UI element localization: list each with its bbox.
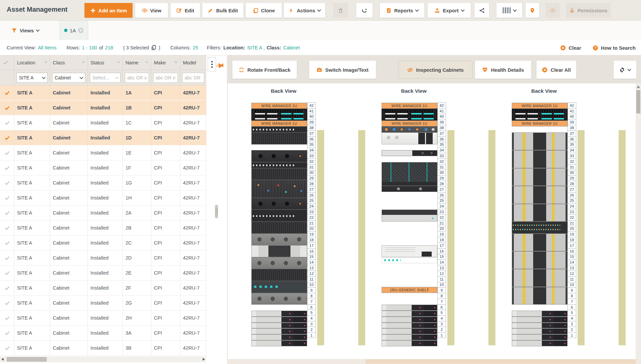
scrollbar-thumb[interactable] <box>7 357 47 362</box>
rack-item-slots2u[interactable] <box>382 245 437 257</box>
rack-horizontal-scrollbar[interactable] <box>227 359 641 364</box>
rack-item-storage3[interactable] <box>512 132 568 150</box>
share-button[interactable] <box>474 3 489 18</box>
rack-item-dark-vent[interactable] <box>251 269 307 281</box>
table-row[interactable]: SITE ACabinetInstalled3BCPI42RU-7 <box>0 341 206 356</box>
rack-item-dark-ports[interactable] <box>251 126 307 132</box>
scroll-right-arrow[interactable] <box>203 358 205 361</box>
class-filter-select[interactable]: Cabinet <box>52 73 85 83</box>
rack-settings-button[interactable] <box>614 61 636 79</box>
column-header-status[interactable]: Status <box>88 55 123 70</box>
rack-item-dark-vent[interactable] <box>251 222 307 234</box>
rack-item-storage3[interactable] <box>512 251 568 269</box>
rack-item-wm[interactable]: WIRE MANAGER 1U <box>512 103 568 109</box>
table-horizontal-scrollbar[interactable] <box>0 356 206 362</box>
bulk-edit-button[interactable]: Bulk Edit <box>202 3 243 18</box>
rack-item-storage3[interactable] <box>512 168 568 186</box>
rack-item-srv1u[interactable] <box>251 334 307 340</box>
rack-item-wm[interactable]: WIRE MANAGER 1U <box>382 103 437 109</box>
row-checkbox[interactable] <box>0 341 14 355</box>
table-row[interactable]: SITE ACabinetInstalled2ACPI42RU-7 <box>0 206 206 221</box>
model-filter-input[interactable] <box>182 73 204 83</box>
table-row[interactable]: SITE ACabinetInstalled1ACPI42RU-7 <box>0 85 206 100</box>
rack-item-wm[interactable]: WIRE MANAGER 1U <box>512 120 568 126</box>
rack-item-srv1u[interactable] <box>382 334 437 340</box>
rack-vertical-scrollbar[interactable] <box>636 83 641 359</box>
rack-item-dark-ports[interactable] <box>251 210 307 222</box>
clone-button[interactable]: Clone <box>246 3 282 18</box>
rack-item-storage3[interactable] <box>512 150 568 168</box>
rack-item-wm[interactable]: WIRE MANAGER 1U <box>251 103 307 109</box>
rack-item-srv1u[interactable] <box>251 317 307 323</box>
table-row[interactable]: SITE ACabinetInstalled1CCPI42RU-7 <box>0 115 206 130</box>
columns-value[interactable]: 25 <box>193 45 198 50</box>
column-header-name[interactable]: Name <box>123 55 151 70</box>
table-row[interactable]: SITE ACabinetInstalled2HCPI42RU-7 <box>0 311 206 326</box>
view-button[interactable]: View <box>135 3 168 18</box>
table-row[interactable]: SITE ACabinetInstalled2FCPI42RU-7 <box>0 281 206 296</box>
row-checkbox[interactable] <box>0 85 14 100</box>
table-row[interactable]: SITE ACabinetInstalled2ECPI42RU-7 <box>0 266 206 281</box>
edit-button[interactable]: Edit <box>171 3 200 18</box>
rack-item-dark-vent[interactable] <box>251 168 307 180</box>
rack-item-light-mid[interactable] <box>251 245 307 257</box>
column-header-model[interactable]: Model <box>180 55 206 70</box>
rack-item-lt2u[interactable] <box>382 210 437 222</box>
table-row[interactable]: SITE ACabinetInstalled3ACPI42RU-7 <box>0 326 206 341</box>
row-checkbox[interactable] <box>0 266 14 280</box>
rack-item-srv1u[interactable] <box>251 311 307 317</box>
column-header-class[interactable]: Class <box>50 55 88 70</box>
rack-item-srv1u[interactable] <box>512 323 568 329</box>
table-row[interactable]: SITE ACabinetInstalled1HCPI42RU-7 <box>0 191 206 206</box>
location-pin-button[interactable] <box>525 3 539 18</box>
row-checkbox[interactable] <box>0 175 14 190</box>
scrollbar-thumb[interactable] <box>366 359 636 364</box>
row-checkbox[interactable] <box>0 281 14 295</box>
scroll-up-arrow[interactable] <box>637 85 640 88</box>
rotate-front-back-button[interactable]: Rotate Front/Back <box>232 61 297 79</box>
filter-class-value[interactable]: Cabinet <box>283 45 300 50</box>
rack-item-storage3[interactable] <box>512 204 568 222</box>
view-tab-1a[interactable]: 1A ✕ <box>59 21 88 40</box>
rack-item-srv1u[interactable] <box>251 340 307 346</box>
barcode-button[interactable] <box>496 3 522 18</box>
row-checkbox[interactable] <box>0 326 14 340</box>
how-to-search-button[interactable]: ? How to Search <box>593 45 636 51</box>
rows-total[interactable]: 218 <box>105 45 113 50</box>
rack-item-ports-color[interactable] <box>512 222 568 234</box>
table-row[interactable]: SITE ACabinetInstalled2CCPI42RU-7 <box>0 236 206 251</box>
table-row[interactable]: SITE ACabinetInstalled1FCPI42RU-7 <box>0 160 206 175</box>
rack-item-pp[interactable] <box>382 109 437 121</box>
rack-item-gray-fans[interactable] <box>251 293 307 305</box>
clear-all-button[interactable]: Clear All <box>537 61 576 79</box>
rack-item-cables[interactable] <box>251 180 307 198</box>
rack-item-fiber[interactable] <box>382 126 437 132</box>
rack-item-shelf[interactable]: 1RU-GENERIC SHELF <box>382 287 437 293</box>
rack-item-storage3[interactable] <box>512 186 568 204</box>
reports-button[interactable]: Reports <box>380 3 424 18</box>
name-filter-input[interactable] <box>125 73 149 83</box>
row-checkbox[interactable] <box>0 160 14 175</box>
table-row[interactable]: SITE ACabinetInstalled1DCPI42RU-7 <box>0 130 206 145</box>
make-filter-input[interactable] <box>153 73 178 83</box>
rack-item-wm[interactable]: WIRE MANAGER 1U <box>382 120 437 126</box>
row-checkbox[interactable] <box>0 115 14 130</box>
scrollbar-thumb[interactable] <box>636 90 640 113</box>
add-item-button[interactable]: Add an Item <box>84 3 133 18</box>
rack-item-pp[interactable] <box>251 109 307 121</box>
rack-item-srv1u[interactable] <box>512 317 568 323</box>
rack-item-srv1u[interactable] <box>382 340 437 346</box>
current-view-value[interactable]: All Items <box>38 45 57 50</box>
row-checkbox[interactable] <box>0 100 14 115</box>
select-all-checkbox[interactable] <box>0 55 14 70</box>
rack-item-white2u[interactable] <box>382 132 437 144</box>
scroll-left-arrow[interactable] <box>1 358 4 361</box>
location-filter-select[interactable]: SITE A <box>16 73 48 83</box>
column-menu-button[interactable] <box>208 57 216 71</box>
rows-range[interactable]: 1 - 100 <box>82 45 97 50</box>
rack-item-srv1u[interactable] <box>512 340 568 346</box>
health-details-button[interactable]: Health Details <box>475 61 531 79</box>
rack-item-srv1u[interactable] <box>382 323 437 329</box>
column-header-location[interactable]: Location <box>14 55 50 70</box>
rack-item-srv1u[interactable] <box>251 323 307 329</box>
